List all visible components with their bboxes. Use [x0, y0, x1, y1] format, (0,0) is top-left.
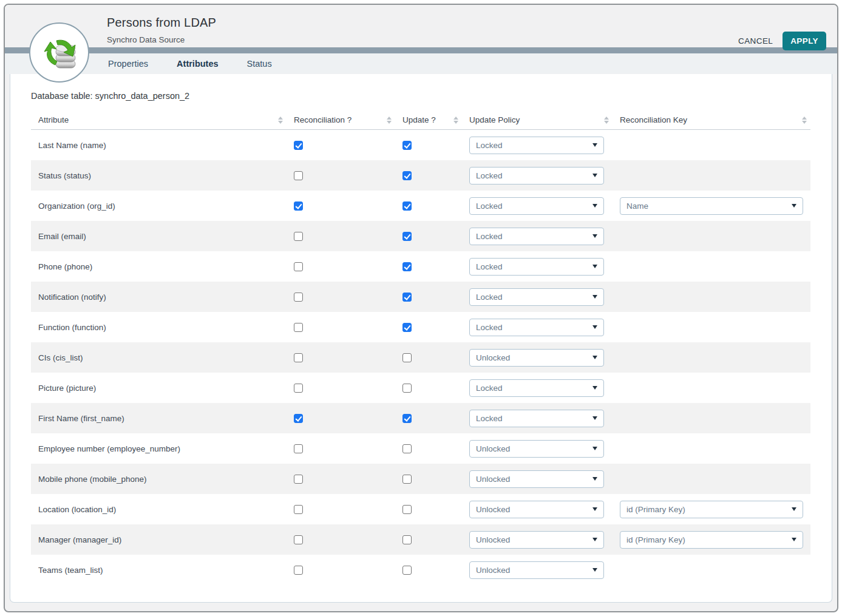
update-policy-select[interactable]: Locked [469, 379, 604, 397]
attribute-label: Function (function) [38, 323, 106, 332]
update-policy-select[interactable]: Locked [469, 288, 604, 306]
update-cell [395, 403, 462, 433]
update-policy-select[interactable]: Locked [469, 410, 604, 427]
table-body: Last Name (name)LockedStatus (status)Loc… [31, 130, 810, 585]
reconciliation-checkbox[interactable] [294, 232, 303, 241]
update-checkbox[interactable] [402, 201, 412, 211]
update-policy-select[interactable]: Locked [469, 137, 604, 154]
update-checkbox[interactable] [402, 171, 412, 180]
update-checkbox[interactable] [402, 505, 412, 514]
reconciliation-checkbox[interactable] [294, 201, 303, 211]
update-policy-select[interactable]: Unlocked [469, 470, 604, 488]
sort-icon[interactable] [453, 117, 458, 124]
reconciliation-checkbox[interactable] [294, 475, 303, 484]
update-policy-cell: Unlocked [462, 342, 613, 373]
chevron-down-icon [792, 507, 796, 511]
table-row: Mobile phone (mobile_phone)Unlocked [31, 464, 810, 494]
update-policy-cell: Unlocked [462, 524, 613, 555]
reconciliation-key-cell [613, 221, 810, 251]
update-policy-select[interactable]: Unlocked [469, 501, 604, 518]
reconciliation-checkbox[interactable] [294, 505, 303, 514]
tab-status[interactable]: Status [247, 59, 272, 69]
update-policy-value: Unlocked [476, 353, 510, 362]
update-checkbox[interactable] [402, 384, 412, 393]
update-policy-select[interactable]: Locked [469, 197, 604, 215]
chevron-down-icon [592, 204, 597, 208]
reconciliation-cell [287, 524, 395, 555]
update-checkbox[interactable] [402, 353, 412, 362]
update-checkbox[interactable] [402, 141, 412, 150]
update-checkbox[interactable] [402, 475, 412, 484]
update-policy-select[interactable]: Unlocked [469, 440, 604, 458]
update-checkbox[interactable] [402, 232, 412, 241]
reconciliation-cell [287, 130, 395, 160]
chevron-down-icon [592, 143, 597, 147]
column-header-update: Update ? [395, 110, 462, 129]
reconciliation-cell [287, 494, 395, 524]
table-row: Status (status)Locked [31, 160, 810, 191]
update-policy-select[interactable]: Locked [469, 258, 604, 276]
attribute-cell: Status (status) [31, 160, 287, 191]
object-class-subtitle: Synchro Data Source [107, 35, 216, 44]
reconciliation-checkbox[interactable] [294, 262, 303, 271]
apply-button[interactable]: APPLY [783, 32, 826, 50]
cancel-button[interactable]: CANCEL [738, 36, 773, 46]
chevron-down-icon [592, 568, 597, 572]
update-policy-select[interactable]: Locked [469, 319, 604, 336]
update-policy-select[interactable]: Locked [469, 167, 604, 184]
reconciliation-checkbox[interactable] [294, 535, 303, 544]
update-checkbox[interactable] [402, 323, 412, 332]
reconciliation-key-value: id (Primary Key) [626, 535, 685, 544]
reconciliation-key-cell [613, 403, 810, 433]
sort-icon[interactable] [604, 117, 609, 124]
reconciliation-key-cell: id (Primary Key) [613, 494, 810, 524]
chevron-down-icon [592, 234, 597, 238]
update-policy-value: Unlocked [476, 475, 510, 484]
update-cell [395, 494, 462, 524]
table-row: First Name (first_name)Locked [31, 403, 810, 433]
update-checkbox[interactable] [402, 262, 412, 271]
update-policy-select[interactable]: Unlocked [469, 349, 604, 367]
update-checkbox[interactable] [402, 444, 412, 453]
update-checkbox[interactable] [402, 566, 412, 575]
reconciliation-checkbox[interactable] [294, 141, 303, 150]
reconciliation-key-select[interactable]: id (Primary Key) [620, 501, 803, 518]
reconciliation-key-select[interactable]: id (Primary Key) [620, 531, 803, 549]
reconciliation-key-select[interactable]: Name [620, 197, 803, 215]
update-policy-cell: Locked [462, 130, 613, 160]
update-policy-select[interactable]: Unlocked [469, 561, 604, 579]
reconciliation-checkbox[interactable] [294, 353, 303, 362]
reconciliation-checkbox[interactable] [294, 566, 303, 575]
reconciliation-key-cell [613, 555, 810, 585]
update-checkbox[interactable] [402, 414, 412, 423]
reconciliation-cell [287, 160, 395, 191]
sort-icon[interactable] [278, 117, 283, 124]
column-header-reconciliation-key: Reconciliation Key [613, 110, 810, 129]
reconciliation-checkbox[interactable] [294, 444, 303, 453]
tab-properties[interactable]: Properties [108, 59, 148, 69]
update-policy-cell: Locked [462, 191, 613, 221]
update-policy-cell: Locked [462, 282, 613, 312]
update-policy-select[interactable]: Unlocked [469, 531, 604, 549]
update-cell [395, 342, 462, 373]
reconciliation-checkbox[interactable] [294, 323, 303, 332]
attribute-label: Last Name (name) [38, 141, 106, 150]
update-policy-value: Locked [476, 323, 503, 332]
table-row: Employee number (employee_number)Unlocke… [31, 433, 810, 464]
update-checkbox[interactable] [402, 293, 412, 302]
attribute-label: Picture (picture) [38, 384, 96, 393]
reconciliation-checkbox[interactable] [294, 171, 303, 180]
update-checkbox[interactable] [402, 535, 412, 544]
update-policy-value: Locked [476, 232, 503, 241]
sort-icon[interactable] [387, 117, 392, 124]
update-policy-select[interactable]: Locked [469, 228, 604, 245]
attribute-cell: Mobile phone (mobile_phone) [31, 464, 287, 494]
reconciliation-checkbox[interactable] [294, 414, 303, 423]
reconciliation-checkbox[interactable] [294, 384, 303, 393]
attribute-label: CIs (cis_list) [38, 353, 83, 362]
update-policy-cell: Unlocked [462, 464, 613, 494]
sort-icon[interactable] [802, 117, 807, 124]
reconciliation-checkbox[interactable] [294, 293, 303, 302]
reconciliation-key-cell: id (Primary Key) [613, 524, 810, 555]
tab-attributes[interactable]: Attributes [177, 59, 218, 69]
